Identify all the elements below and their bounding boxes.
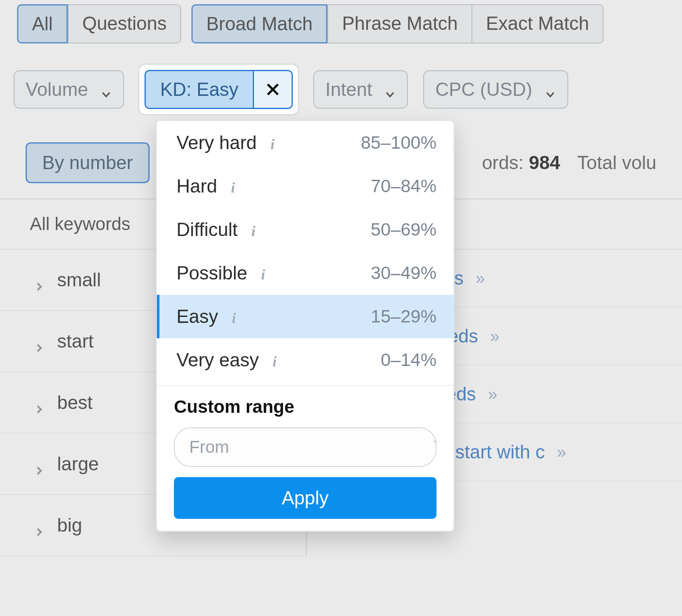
kd-option-range: 15–29% (371, 306, 436, 327)
kd-dropdown: Very hardi 85–100% Hardi 70–84% Difficul… (156, 120, 454, 532)
kd-option-range: 70–84% (371, 176, 436, 196)
keywords-stat: ords: 984 (482, 152, 560, 173)
kd-option-range: 30–49% (371, 263, 436, 283)
info-icon[interactable]: i (257, 267, 269, 279)
custom-range-from[interactable] (175, 428, 419, 466)
kd-option-range: 85–100% (361, 132, 437, 153)
keyword-group-label: start (57, 331, 94, 352)
keyword-group-label: small (57, 269, 101, 291)
filter-cpc[interactable]: CPC (USD) (423, 70, 568, 109)
tab-group-scope: All Questions (17, 4, 181, 43)
chevron-down-icon (544, 83, 556, 95)
kd-option-very-easy[interactable]: Very easyi 0–14% (157, 338, 454, 382)
info-icon[interactable]: i (268, 354, 281, 366)
filter-kd-wrapper: KD: Easy (139, 65, 298, 114)
filter-intent[interactable]: Intent (313, 70, 408, 109)
info-icon[interactable]: i (226, 180, 239, 193)
filter-kd[interactable]: KD: Easy (146, 71, 254, 108)
chevron-right-icon (34, 336, 44, 346)
tab-group-match: Broad Match Phrase Match Exact Match (191, 4, 604, 43)
keyword-group-label: best (57, 392, 92, 413)
chevron-down-icon (384, 83, 396, 95)
double-chevron-icon: » (476, 269, 482, 288)
kd-option-label: Hard (176, 176, 217, 197)
kd-option-label: Easy (176, 306, 218, 327)
keyword-group-label: large (57, 453, 99, 475)
custom-range-title: Custom range (157, 389, 454, 427)
kd-option-range: 0–14% (381, 350, 436, 370)
tab-phrase-match[interactable]: Phrase Match (327, 4, 471, 43)
kd-option-possible[interactable]: Possiblei 30–49% (157, 251, 454, 295)
filter-intent-label: Intent (325, 79, 372, 100)
kd-option-label: Difficult (176, 219, 237, 240)
filter-row: Volume KD: Easy Intent CPC (USD) (0, 48, 682, 127)
keyword-group-label: big (57, 515, 82, 536)
filter-cpc-label: CPC (USD) (435, 79, 532, 100)
kd-option-label: Very easy (176, 349, 259, 371)
custom-range-to[interactable] (419, 428, 436, 466)
kd-option-easy[interactable]: Easyi 15–29% (157, 295, 454, 338)
by-number-button[interactable]: By number (26, 142, 150, 183)
total-volume-stat: Total volu (577, 152, 656, 173)
tab-broad-match[interactable]: Broad Match (191, 4, 327, 43)
kd-option-very-hard[interactable]: Very hardi 85–100% (157, 121, 454, 164)
filter-kd-clear[interactable] (254, 71, 292, 108)
filter-volume-label: Volume (26, 79, 88, 100)
chevron-right-icon (34, 459, 44, 469)
divider (157, 385, 454, 386)
chevron-right-icon (34, 520, 44, 530)
tab-exact-match[interactable]: Exact Match (471, 4, 604, 43)
custom-range-inputs (174, 427, 436, 467)
kd-option-label: Very hard (176, 132, 257, 153)
double-chevron-icon: » (490, 327, 496, 346)
info-icon[interactable]: i (228, 310, 240, 323)
double-chevron-icon: » (557, 443, 563, 462)
kd-option-label: Possible (176, 262, 247, 284)
chevron-right-icon (34, 397, 44, 408)
kd-option-range: 50–69% (371, 219, 436, 240)
filter-volume[interactable]: Volume (14, 70, 124, 109)
tab-questions[interactable]: Questions (68, 4, 181, 43)
close-icon (265, 82, 280, 97)
kd-option-difficult[interactable]: Difficulti 50–69% (157, 208, 454, 251)
double-chevron-icon: » (488, 385, 494, 404)
chevron-right-icon (34, 275, 44, 285)
kd-option-hard[interactable]: Hardi 70–84% (157, 164, 454, 208)
info-icon[interactable]: i (247, 223, 260, 236)
match-type-tabs: All Questions Broad Match Phrase Match E… (0, 0, 682, 48)
apply-button[interactable]: Apply (174, 477, 436, 519)
chevron-down-icon (100, 83, 112, 95)
tab-all[interactable]: All (17, 4, 68, 43)
info-icon[interactable]: i (266, 136, 279, 149)
